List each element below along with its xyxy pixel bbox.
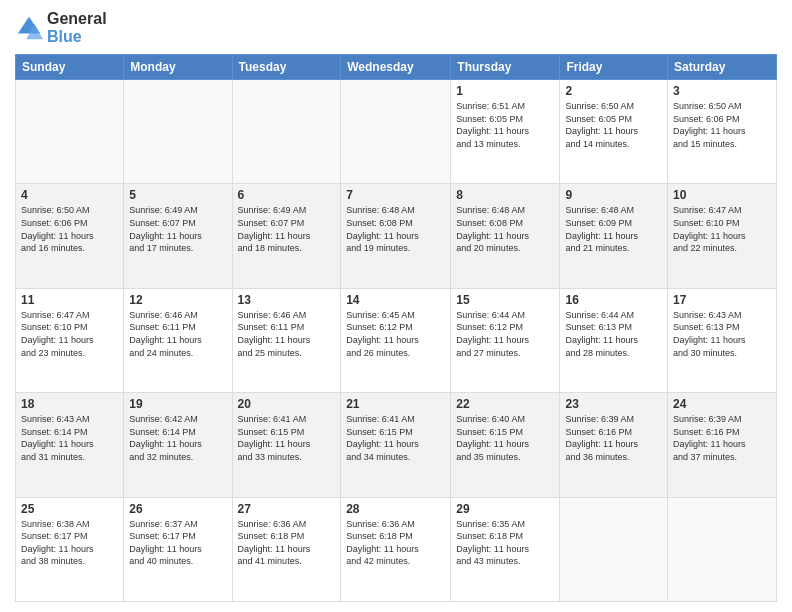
day-cell: 18Sunrise: 6:43 AM Sunset: 6:14 PM Dayli… bbox=[16, 393, 124, 497]
day-number: 3 bbox=[673, 84, 771, 98]
day-number: 26 bbox=[129, 502, 226, 516]
day-info: Sunrise: 6:40 AM Sunset: 6:15 PM Dayligh… bbox=[456, 413, 554, 463]
day-cell: 27Sunrise: 6:36 AM Sunset: 6:18 PM Dayli… bbox=[232, 497, 341, 601]
day-info: Sunrise: 6:48 AM Sunset: 6:09 PM Dayligh… bbox=[565, 204, 662, 254]
day-cell bbox=[16, 80, 124, 184]
week-row-2: 4Sunrise: 6:50 AM Sunset: 6:06 PM Daylig… bbox=[16, 184, 777, 288]
day-cell: 25Sunrise: 6:38 AM Sunset: 6:17 PM Dayli… bbox=[16, 497, 124, 601]
week-row-4: 18Sunrise: 6:43 AM Sunset: 6:14 PM Dayli… bbox=[16, 393, 777, 497]
day-number: 2 bbox=[565, 84, 662, 98]
week-row-3: 11Sunrise: 6:47 AM Sunset: 6:10 PM Dayli… bbox=[16, 288, 777, 392]
day-info: Sunrise: 6:38 AM Sunset: 6:17 PM Dayligh… bbox=[21, 518, 118, 568]
day-cell: 7Sunrise: 6:48 AM Sunset: 6:08 PM Daylig… bbox=[341, 184, 451, 288]
day-cell: 15Sunrise: 6:44 AM Sunset: 6:12 PM Dayli… bbox=[451, 288, 560, 392]
day-number: 15 bbox=[456, 293, 554, 307]
day-number: 12 bbox=[129, 293, 226, 307]
day-info: Sunrise: 6:50 AM Sunset: 6:06 PM Dayligh… bbox=[673, 100, 771, 150]
day-number: 20 bbox=[238, 397, 336, 411]
day-info: Sunrise: 6:47 AM Sunset: 6:10 PM Dayligh… bbox=[673, 204, 771, 254]
day-cell bbox=[232, 80, 341, 184]
day-number: 19 bbox=[129, 397, 226, 411]
weekday-header-row: SundayMondayTuesdayWednesdayThursdayFrid… bbox=[16, 55, 777, 80]
day-cell: 24Sunrise: 6:39 AM Sunset: 6:16 PM Dayli… bbox=[668, 393, 777, 497]
day-info: Sunrise: 6:48 AM Sunset: 6:08 PM Dayligh… bbox=[456, 204, 554, 254]
day-info: Sunrise: 6:41 AM Sunset: 6:15 PM Dayligh… bbox=[238, 413, 336, 463]
day-cell: 12Sunrise: 6:46 AM Sunset: 6:11 PM Dayli… bbox=[124, 288, 232, 392]
day-info: Sunrise: 6:48 AM Sunset: 6:08 PM Dayligh… bbox=[346, 204, 445, 254]
day-number: 14 bbox=[346, 293, 445, 307]
day-cell: 28Sunrise: 6:36 AM Sunset: 6:18 PM Dayli… bbox=[341, 497, 451, 601]
day-cell: 26Sunrise: 6:37 AM Sunset: 6:17 PM Dayli… bbox=[124, 497, 232, 601]
day-info: Sunrise: 6:39 AM Sunset: 6:16 PM Dayligh… bbox=[673, 413, 771, 463]
day-cell: 5Sunrise: 6:49 AM Sunset: 6:07 PM Daylig… bbox=[124, 184, 232, 288]
day-info: Sunrise: 6:49 AM Sunset: 6:07 PM Dayligh… bbox=[238, 204, 336, 254]
day-cell: 8Sunrise: 6:48 AM Sunset: 6:08 PM Daylig… bbox=[451, 184, 560, 288]
day-number: 22 bbox=[456, 397, 554, 411]
day-number: 21 bbox=[346, 397, 445, 411]
day-cell bbox=[124, 80, 232, 184]
day-cell: 10Sunrise: 6:47 AM Sunset: 6:10 PM Dayli… bbox=[668, 184, 777, 288]
day-cell: 17Sunrise: 6:43 AM Sunset: 6:13 PM Dayli… bbox=[668, 288, 777, 392]
day-cell: 29Sunrise: 6:35 AM Sunset: 6:18 PM Dayli… bbox=[451, 497, 560, 601]
day-number: 13 bbox=[238, 293, 336, 307]
day-number: 18 bbox=[21, 397, 118, 411]
week-row-5: 25Sunrise: 6:38 AM Sunset: 6:17 PM Dayli… bbox=[16, 497, 777, 601]
day-cell: 2Sunrise: 6:50 AM Sunset: 6:05 PM Daylig… bbox=[560, 80, 668, 184]
day-number: 28 bbox=[346, 502, 445, 516]
logo-text: General Blue bbox=[47, 10, 107, 46]
day-cell: 19Sunrise: 6:42 AM Sunset: 6:14 PM Dayli… bbox=[124, 393, 232, 497]
day-info: Sunrise: 6:36 AM Sunset: 6:18 PM Dayligh… bbox=[346, 518, 445, 568]
weekday-header-thursday: Thursday bbox=[451, 55, 560, 80]
logo-icon bbox=[15, 14, 43, 42]
day-info: Sunrise: 6:35 AM Sunset: 6:18 PM Dayligh… bbox=[456, 518, 554, 568]
day-number: 24 bbox=[673, 397, 771, 411]
page: General Blue SundayMondayTuesdayWednesda… bbox=[0, 0, 792, 612]
day-number: 16 bbox=[565, 293, 662, 307]
day-number: 11 bbox=[21, 293, 118, 307]
day-info: Sunrise: 6:44 AM Sunset: 6:13 PM Dayligh… bbox=[565, 309, 662, 359]
day-info: Sunrise: 6:47 AM Sunset: 6:10 PM Dayligh… bbox=[21, 309, 118, 359]
day-info: Sunrise: 6:43 AM Sunset: 6:13 PM Dayligh… bbox=[673, 309, 771, 359]
day-number: 4 bbox=[21, 188, 118, 202]
weekday-header-saturday: Saturday bbox=[668, 55, 777, 80]
day-number: 1 bbox=[456, 84, 554, 98]
day-number: 23 bbox=[565, 397, 662, 411]
day-cell: 3Sunrise: 6:50 AM Sunset: 6:06 PM Daylig… bbox=[668, 80, 777, 184]
day-cell: 11Sunrise: 6:47 AM Sunset: 6:10 PM Dayli… bbox=[16, 288, 124, 392]
day-number: 8 bbox=[456, 188, 554, 202]
day-number: 25 bbox=[21, 502, 118, 516]
day-info: Sunrise: 6:42 AM Sunset: 6:14 PM Dayligh… bbox=[129, 413, 226, 463]
day-info: Sunrise: 6:46 AM Sunset: 6:11 PM Dayligh… bbox=[238, 309, 336, 359]
header: General Blue bbox=[15, 10, 777, 46]
day-number: 7 bbox=[346, 188, 445, 202]
day-info: Sunrise: 6:50 AM Sunset: 6:06 PM Dayligh… bbox=[21, 204, 118, 254]
week-row-1: 1Sunrise: 6:51 AM Sunset: 6:05 PM Daylig… bbox=[16, 80, 777, 184]
day-cell bbox=[341, 80, 451, 184]
day-info: Sunrise: 6:50 AM Sunset: 6:05 PM Dayligh… bbox=[565, 100, 662, 150]
day-info: Sunrise: 6:44 AM Sunset: 6:12 PM Dayligh… bbox=[456, 309, 554, 359]
day-cell: 16Sunrise: 6:44 AM Sunset: 6:13 PM Dayli… bbox=[560, 288, 668, 392]
day-cell bbox=[560, 497, 668, 601]
day-info: Sunrise: 6:36 AM Sunset: 6:18 PM Dayligh… bbox=[238, 518, 336, 568]
weekday-header-tuesday: Tuesday bbox=[232, 55, 341, 80]
day-number: 17 bbox=[673, 293, 771, 307]
day-cell: 13Sunrise: 6:46 AM Sunset: 6:11 PM Dayli… bbox=[232, 288, 341, 392]
calendar-table: SundayMondayTuesdayWednesdayThursdayFrid… bbox=[15, 54, 777, 602]
day-cell bbox=[668, 497, 777, 601]
day-number: 9 bbox=[565, 188, 662, 202]
day-cell: 21Sunrise: 6:41 AM Sunset: 6:15 PM Dayli… bbox=[341, 393, 451, 497]
day-number: 29 bbox=[456, 502, 554, 516]
weekday-header-sunday: Sunday bbox=[16, 55, 124, 80]
day-number: 5 bbox=[129, 188, 226, 202]
day-cell: 9Sunrise: 6:48 AM Sunset: 6:09 PM Daylig… bbox=[560, 184, 668, 288]
day-cell: 6Sunrise: 6:49 AM Sunset: 6:07 PM Daylig… bbox=[232, 184, 341, 288]
day-cell: 22Sunrise: 6:40 AM Sunset: 6:15 PM Dayli… bbox=[451, 393, 560, 497]
weekday-header-monday: Monday bbox=[124, 55, 232, 80]
day-number: 10 bbox=[673, 188, 771, 202]
weekday-header-wednesday: Wednesday bbox=[341, 55, 451, 80]
day-info: Sunrise: 6:41 AM Sunset: 6:15 PM Dayligh… bbox=[346, 413, 445, 463]
day-number: 27 bbox=[238, 502, 336, 516]
day-info: Sunrise: 6:39 AM Sunset: 6:16 PM Dayligh… bbox=[565, 413, 662, 463]
day-info: Sunrise: 6:49 AM Sunset: 6:07 PM Dayligh… bbox=[129, 204, 226, 254]
day-info: Sunrise: 6:46 AM Sunset: 6:11 PM Dayligh… bbox=[129, 309, 226, 359]
